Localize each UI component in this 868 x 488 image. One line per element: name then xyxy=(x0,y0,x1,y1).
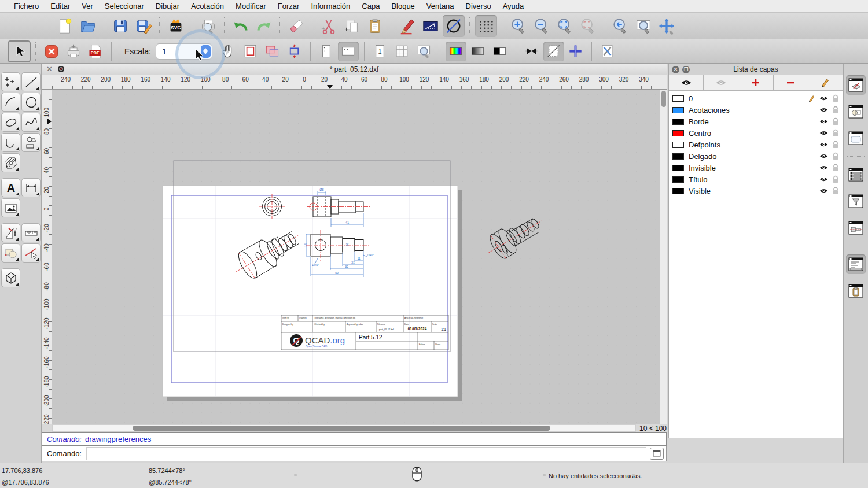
undo-button[interactable] xyxy=(230,15,252,37)
layer-visibility-icon[interactable] xyxy=(819,188,828,194)
layer-lock-icon[interactable] xyxy=(832,129,839,137)
line-tools-button[interactable] xyxy=(21,72,41,91)
pdf-export-button[interactable]: PDF xyxy=(85,42,106,61)
layer-row[interactable]: Invisible xyxy=(669,162,843,173)
show-paper-borders-button[interactable] xyxy=(240,42,261,61)
menu-fichero[interactable]: Fichero xyxy=(8,0,45,13)
draw-edit-button[interactable] xyxy=(396,15,418,37)
show-all-layers-button[interactable] xyxy=(669,75,704,90)
dock-library-button[interactable] xyxy=(846,218,866,238)
layer-visibility-icon[interactable] xyxy=(819,130,828,136)
menu-capa[interactable]: Capa xyxy=(356,0,385,13)
layer-visibility-icon[interactable] xyxy=(819,176,828,182)
open-file-button[interactable] xyxy=(77,15,99,37)
layer-lock-icon[interactable] xyxy=(832,152,839,160)
layer-row[interactable]: Título xyxy=(669,173,843,185)
zoom-out-button[interactable] xyxy=(531,15,553,37)
menu-ver[interactable]: Ver xyxy=(76,0,99,13)
panel-close-button[interactable]: ✕ xyxy=(672,66,679,73)
cut-button[interactable] xyxy=(318,15,340,37)
layer-visibility-icon[interactable] xyxy=(819,107,828,113)
copy-button[interactable] xyxy=(341,15,363,37)
black-white-button[interactable] xyxy=(490,42,510,61)
point-tools-button[interactable] xyxy=(1,72,20,91)
single-page-button[interactable]: 1 xyxy=(370,42,391,61)
hatch-tools-button[interactable] xyxy=(1,153,20,172)
menu-dibujar[interactable]: Dibujar xyxy=(150,0,185,13)
snap-tools-button[interactable] xyxy=(21,243,41,263)
zoom-previous-button[interactable] xyxy=(609,15,631,37)
crosshair-button[interactable] xyxy=(565,42,586,61)
layer-lock-icon[interactable] xyxy=(832,94,839,102)
viewport-3d-button[interactable] xyxy=(1,268,20,287)
lineweight-button[interactable] xyxy=(521,42,542,61)
distance-tool-button[interactable] xyxy=(420,15,442,37)
toggle-paper-preview-button[interactable] xyxy=(543,42,564,61)
dock-command-line-button[interactable] xyxy=(846,254,866,274)
layer-row[interactable]: Defpoints xyxy=(669,139,843,150)
selection-pointer-button[interactable] xyxy=(8,40,31,62)
command-options-button[interactable] xyxy=(650,448,664,460)
layer-row[interactable]: 0 xyxy=(669,93,843,104)
remove-layer-button[interactable] xyxy=(774,75,808,90)
grayscale-button[interactable] xyxy=(468,42,488,61)
menu-informacion[interactable]: Información xyxy=(305,0,356,13)
draft-tools-button[interactable] xyxy=(1,223,20,242)
spline-tools-button[interactable] xyxy=(21,113,41,132)
svg-export-button[interactable]: SVG xyxy=(165,15,187,37)
layer-visibility-icon[interactable] xyxy=(819,142,828,147)
menu-diverso[interactable]: Diverso xyxy=(460,0,497,13)
menu-seleccionar[interactable]: Seleccionar xyxy=(99,0,150,13)
dock-views-button[interactable] xyxy=(846,128,866,148)
close-preview-button[interactable] xyxy=(41,42,62,61)
horizontal-scroll-thumb[interactable] xyxy=(133,426,550,431)
ellipse-tools-button[interactable] xyxy=(1,113,20,132)
measure-tools-button[interactable] xyxy=(21,223,41,242)
polyline-tools-button[interactable] xyxy=(1,133,20,152)
drag-paper-button[interactable] xyxy=(218,42,239,61)
menu-acotacion[interactable]: Acotación xyxy=(185,0,230,13)
image-tool-button[interactable] xyxy=(1,198,20,217)
command-input[interactable] xyxy=(86,447,646,460)
shape-tools-button[interactable] xyxy=(21,133,41,152)
save-as-button[interactable] xyxy=(133,15,155,37)
landscape-button[interactable] xyxy=(338,42,359,61)
add-layer-button[interactable] xyxy=(738,75,773,90)
paste-button[interactable] xyxy=(364,15,386,37)
dock-clipboard-button[interactable] xyxy=(846,281,866,301)
vertical-scroll-thumb[interactable] xyxy=(661,91,666,107)
layer-lock-icon[interactable] xyxy=(832,106,839,114)
scale-stepper[interactable] xyxy=(201,45,211,58)
pan-button[interactable] xyxy=(656,15,678,37)
delete-button[interactable] xyxy=(285,15,307,37)
portrait-button[interactable] xyxy=(316,42,337,61)
dock-selection-filter-button[interactable] xyxy=(846,191,866,211)
zoom-auto-button[interactable] xyxy=(554,15,576,37)
layer-visibility-icon[interactable] xyxy=(819,119,828,124)
save-button[interactable] xyxy=(109,15,131,37)
print-button[interactable] xyxy=(63,42,84,61)
layer-row[interactable]: Acotaciones xyxy=(669,104,843,116)
layer-lock-icon[interactable] xyxy=(832,117,839,125)
layer-lock-icon[interactable] xyxy=(832,175,839,183)
dimension-tools-button[interactable] xyxy=(21,178,41,197)
zoom-selection-button[interactable] xyxy=(577,15,599,37)
layer-row[interactable]: Visible xyxy=(669,185,843,197)
dock-layers-button[interactable] xyxy=(846,75,866,95)
dock-blocks-button[interactable] xyxy=(846,102,866,121)
layer-visibility-icon[interactable] xyxy=(819,95,828,101)
new-file-button[interactable] xyxy=(54,15,76,37)
canvas-horizontal-scrollbar[interactable] xyxy=(52,424,636,432)
layer-visibility-icon[interactable] xyxy=(819,165,828,171)
construction-mode-button[interactable] xyxy=(443,15,465,37)
zoom-to-page-button[interactable] xyxy=(414,42,435,61)
menu-editar[interactable]: Editar xyxy=(45,0,76,13)
text-tools-button[interactable]: A xyxy=(1,178,20,197)
auto-fit-drawing-button[interactable] xyxy=(284,42,305,61)
hide-all-layers-button[interactable] xyxy=(704,75,738,90)
modify-tools-button[interactable] xyxy=(1,243,20,263)
redo-button[interactable] xyxy=(253,15,275,37)
layer-lock-icon[interactable] xyxy=(832,164,839,172)
edit-layer-button[interactable] xyxy=(808,75,843,90)
full-color-button[interactable] xyxy=(446,42,466,61)
